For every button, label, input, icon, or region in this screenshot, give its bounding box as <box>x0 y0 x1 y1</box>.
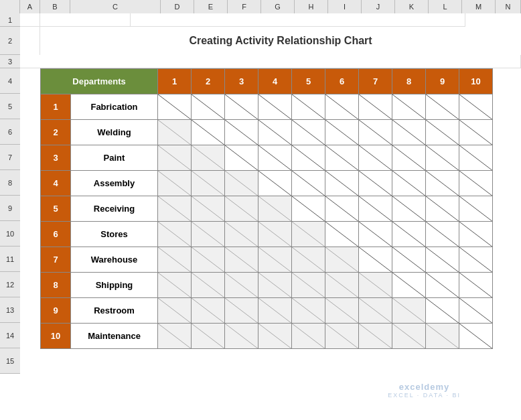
diag-cell <box>426 247 459 273</box>
col-header-i: I <box>328 0 362 13</box>
svg-line-8 <box>426 94 459 119</box>
row-num-9: 9 <box>0 196 20 221</box>
diag-cell <box>459 247 493 273</box>
row-num-1: 1 <box>0 13 20 27</box>
dept-number-cell: 8 <box>41 273 71 298</box>
svg-line-63 <box>258 247 291 272</box>
svg-line-94 <box>292 324 325 348</box>
svg-line-5 <box>325 94 358 119</box>
dept-name-cell: Maintenance <box>71 324 158 349</box>
svg-line-28 <box>426 145 459 170</box>
dept-name-cell: Warehouse <box>71 247 158 273</box>
col-header-c: C <box>70 0 161 13</box>
spreadsheet-window: A B C D E F G H I J K L M N 1 2 3 4 5 6 … <box>0 0 521 420</box>
row-num-6: 6 <box>0 119 20 145</box>
svg-line-79 <box>459 273 492 297</box>
row-num-15: 15 <box>0 348 20 374</box>
diag-cell <box>225 145 258 171</box>
diag-cell <box>225 171 258 196</box>
svg-line-78 <box>426 273 459 297</box>
svg-line-83 <box>258 298 291 323</box>
svg-line-1 <box>192 94 224 119</box>
diag-cell <box>292 120 325 145</box>
diag-cell <box>426 171 459 196</box>
diag-cell <box>225 273 258 298</box>
svg-line-13 <box>258 120 291 145</box>
svg-line-30 <box>158 171 191 196</box>
svg-line-18 <box>426 120 459 145</box>
corner-cell <box>0 0 20 13</box>
diag-cell <box>359 222 392 247</box>
svg-line-91 <box>192 324 224 348</box>
col-header-l: L <box>429 0 462 13</box>
diag-cell <box>292 171 325 196</box>
diag-cell <box>158 222 192 247</box>
col-headers-row: A B C D E F G H I J K L M N <box>0 0 521 13</box>
svg-line-68 <box>426 247 459 272</box>
diag-cell <box>392 196 426 222</box>
row-num-7: 7 <box>0 145 20 170</box>
svg-line-69 <box>459 247 492 272</box>
diag-cell <box>459 145 493 171</box>
svg-line-42 <box>225 196 258 221</box>
diag-cell <box>158 145 192 171</box>
diag-cell <box>292 94 325 120</box>
table-row: 4Assembly <box>41 171 493 196</box>
col-header-a: A <box>20 0 40 13</box>
row-num-10: 10 <box>0 221 20 247</box>
table-row: 9Restroom <box>41 298 493 324</box>
r2-col-a <box>20 27 40 55</box>
svg-line-53 <box>258 222 291 247</box>
svg-line-97 <box>392 324 425 348</box>
diag-cell <box>292 324 325 349</box>
diag-cell <box>325 324 359 349</box>
diag-cell <box>459 196 493 222</box>
svg-line-22 <box>225 145 258 170</box>
svg-line-51 <box>192 222 224 247</box>
dept-number-cell: 3 <box>41 145 71 171</box>
svg-line-9 <box>459 94 492 119</box>
svg-line-33 <box>258 171 291 196</box>
dept-name-cell: Assembly <box>71 171 158 196</box>
diag-cell <box>459 298 493 324</box>
svg-line-2 <box>225 94 258 119</box>
svg-line-36 <box>359 171 392 196</box>
r1-col-a <box>20 13 40 27</box>
diag-cell <box>459 222 493 247</box>
diag-cell <box>359 171 392 196</box>
svg-line-26 <box>359 145 392 170</box>
dept-name-cell: Stores <box>71 222 158 247</box>
diag-cell <box>158 94 192 120</box>
svg-line-76 <box>359 273 392 297</box>
diag-cell <box>158 247 192 273</box>
col-header-h: H <box>295 0 328 13</box>
svg-line-57 <box>392 222 425 247</box>
svg-line-29 <box>459 145 492 170</box>
diag-cell <box>225 94 258 120</box>
diag-cell <box>192 120 225 145</box>
svg-line-62 <box>225 247 258 272</box>
col-header-g: G <box>261 0 295 13</box>
svg-line-73 <box>258 273 291 297</box>
diag-cell <box>158 298 192 324</box>
col-header-e: E <box>194 0 228 13</box>
row-num-5: 5 <box>0 94 20 119</box>
sheet-row-2: Creating Activity Relationship Chart <box>20 27 521 55</box>
diag-cell <box>392 222 426 247</box>
col-header-f: F <box>228 0 261 13</box>
svg-line-27 <box>392 145 425 170</box>
svg-line-54 <box>292 222 325 247</box>
svg-line-98 <box>426 324 459 348</box>
dept-name-cell: Fabrication <box>71 94 158 120</box>
svg-line-32 <box>225 171 258 196</box>
table-header-row: Departments 1 2 3 4 5 6 7 8 9 10 <box>41 69 493 94</box>
svg-line-47 <box>392 196 425 221</box>
svg-line-61 <box>192 247 224 272</box>
diag-cell <box>359 196 392 222</box>
arc-table: Departments 1 2 3 4 5 6 7 8 9 10 1Fabric… <box>40 68 493 349</box>
svg-line-39 <box>459 171 492 196</box>
svg-line-34 <box>292 171 325 196</box>
svg-line-7 <box>392 94 425 119</box>
diag-cell <box>292 247 325 273</box>
svg-line-48 <box>426 196 459 221</box>
